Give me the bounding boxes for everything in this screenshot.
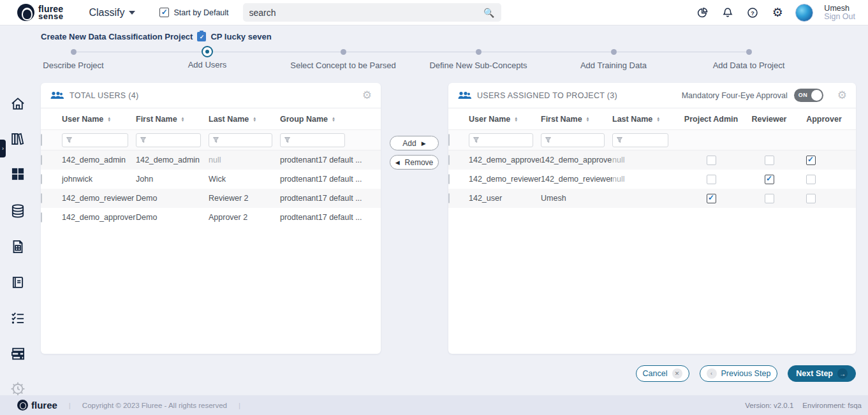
cancel-label: Cancel: [643, 369, 668, 378]
step-describe-project[interactable]: Describe Project: [3, 46, 143, 70]
search-input[interactable]: [249, 8, 484, 18]
step-dot: [71, 49, 77, 55]
table-row[interactable]: 142_demo_approver 142_demo_approver null: [448, 150, 856, 170]
previous-step-button[interactable]: ‹ Previous Step: [700, 365, 778, 382]
approver-checkbox[interactable]: [806, 194, 816, 203]
fluree-logo-icon: [17, 4, 34, 21]
table-row[interactable]: 142_demo_approver Demo Approver 2 prodte…: [41, 208, 381, 227]
row-checkbox[interactable]: [41, 174, 42, 184]
footer-divider: |: [69, 402, 71, 409]
step-add-users[interactable]: Add Users: [137, 46, 277, 69]
sidebar-item-home[interactable]: [0, 93, 35, 115]
sidebar-item-database[interactable]: [0, 200, 35, 222]
filter-funnel-icon: [66, 136, 73, 143]
app-switcher-classify[interactable]: Classify: [89, 7, 135, 18]
chevron-down-icon: [129, 11, 135, 15]
sort-icon: ▲▼: [586, 117, 590, 122]
reviewer-checkbox[interactable]: [765, 156, 774, 165]
assigned-users-panel: USERS ASSIGNED TO PROJECT (3) Mandatory …: [448, 83, 856, 354]
fluree-logo-icon: [17, 400, 28, 411]
cell-user-name: 142_user: [469, 194, 541, 203]
reviewer-checkbox[interactable]: [765, 175, 774, 184]
layers-bricks-icon: [10, 346, 26, 362]
table-row[interactable]: 142_demo_reviewer Demo Reviewer 2 prodte…: [41, 189, 381, 208]
row-checkbox[interactable]: [41, 193, 42, 203]
step-add-training-data[interactable]: Add Training Data: [543, 46, 684, 70]
project-admin-checkbox[interactable]: [707, 175, 716, 184]
row-checkbox[interactable]: [448, 193, 450, 203]
sidebar-item-catalog[interactable]: [0, 272, 35, 293]
approver-checkbox[interactable]: [806, 175, 816, 184]
column-header-first-name[interactable]: First Name▲▼: [136, 115, 209, 124]
table-row[interactable]: 142_demo_admin 142_demo_admin null prodt…: [41, 150, 381, 170]
search-bar[interactable]: 🔍: [243, 3, 501, 22]
wizard-breadcrumb: Create New Data Classification Project C…: [41, 32, 272, 41]
help-icon[interactable]: ?: [746, 6, 760, 20]
row-checkbox[interactable]: [41, 212, 42, 222]
step-select-concept[interactable]: Select Concept to be Parsed: [273, 46, 413, 70]
project-admin-checkbox[interactable]: [707, 156, 716, 165]
start-by-default-option[interactable]: Start by Default: [159, 8, 228, 17]
column-header-reviewer: Reviewer: [746, 115, 792, 124]
sign-out-link[interactable]: Sign Out: [824, 13, 855, 21]
column-header-last-name[interactable]: Last Name▲▼: [209, 115, 280, 124]
select-all-checkbox[interactable]: [41, 134, 42, 146]
column-header-first-name[interactable]: First Name▲▼: [541, 115, 612, 124]
filter-funnel-icon: [284, 136, 291, 143]
column-header-user-name[interactable]: User Name▲▼: [62, 115, 136, 124]
table-row[interactable]: johnwick John Wick prodtenant17 default …: [41, 170, 381, 189]
sort-icon: ▲▼: [656, 117, 660, 122]
user-avatar[interactable]: [795, 4, 813, 22]
cell-last-name: Reviewer 2: [209, 194, 280, 203]
brand-line2: sense: [38, 13, 63, 20]
column-header-group-name[interactable]: Group Name▲▼: [280, 115, 381, 124]
transfer-controls: Add ▶ ◀ Remove: [390, 136, 439, 170]
filter-funnel-icon: [473, 136, 480, 143]
panel-settings-gear-icon[interactable]: ⚙: [362, 90, 372, 101]
next-step-button[interactable]: Next Step →: [788, 365, 856, 382]
project-clipboard-icon: [197, 32, 206, 41]
cancel-button[interactable]: Cancel ✕: [636, 365, 689, 382]
four-eye-approval-toggle[interactable]: ON: [794, 89, 823, 102]
row-checkbox[interactable]: [448, 174, 450, 184]
start-by-default-checkbox[interactable]: [159, 8, 169, 17]
cell-first-name: Demo: [136, 213, 209, 222]
sidebar-item-datasets[interactable]: [0, 236, 35, 258]
sidebar-item-projects[interactable]: [0, 163, 35, 185]
checklist-icon: [10, 310, 26, 326]
step-add-data-to-project[interactable]: Add Data to Project: [679, 46, 819, 70]
sort-icon: ▲▼: [181, 117, 185, 122]
table-row[interactable]: 142_demo_reviewer 142_demo_reviewer null: [448, 170, 856, 189]
sidebar-item-tasks[interactable]: [0, 307, 35, 329]
row-checkbox[interactable]: [41, 155, 42, 165]
row-checkbox[interactable]: [448, 155, 450, 165]
toggle-state-text: ON: [798, 92, 808, 98]
settings-gear-icon[interactable]: ⚙: [770, 6, 784, 20]
sidebar-item-pipelines[interactable]: [0, 343, 35, 365]
step-define-sub-concepts[interactable]: Define New Sub-Concepts: [408, 46, 548, 70]
top-bar: fluree sense Classify Start by Default 🔍: [0, 0, 868, 25]
column-header-last-name[interactable]: Last Name▲▼: [612, 115, 676, 124]
select-all-checkbox[interactable]: [448, 134, 450, 146]
reviewer-checkbox[interactable]: [765, 194, 774, 203]
add-label: Add: [402, 139, 416, 148]
add-users-button[interactable]: Add ▶: [390, 136, 439, 150]
version-text: Version: v2.0.1: [745, 402, 793, 409]
library-books-icon: [10, 131, 26, 147]
analytics-pie-icon[interactable]: [696, 6, 710, 20]
sidebar: [0, 25, 35, 395]
user-name: Umesh: [824, 4, 855, 13]
cell-last-name: null: [612, 175, 676, 184]
panel-settings-gear-icon[interactable]: ⚙: [837, 89, 847, 102]
notifications-bell-icon[interactable]: [721, 6, 735, 20]
project-admin-checkbox[interactable]: [707, 194, 716, 203]
table-row[interactable]: 142_user Umesh: [448, 189, 856, 208]
app-name: Classify: [89, 7, 124, 18]
sidebar-expand-handle[interactable]: ›: [0, 140, 6, 157]
approver-checkbox[interactable]: [806, 156, 816, 165]
book-icon: [10, 274, 26, 291]
cell-user-name: 142_demo_reviewer: [469, 175, 541, 184]
cell-first-name: Demo: [136, 194, 209, 203]
remove-users-button[interactable]: ◀ Remove: [390, 155, 439, 170]
column-header-user-name[interactable]: User Name▲▼: [469, 115, 541, 124]
